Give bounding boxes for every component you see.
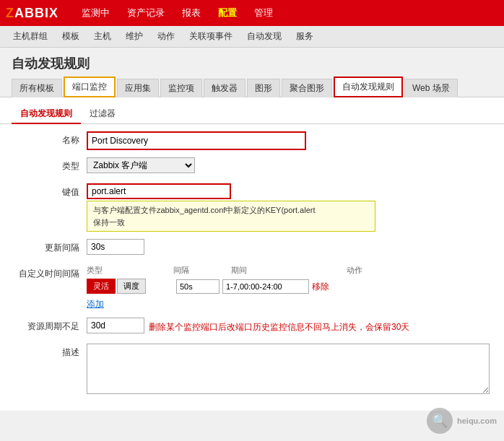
- retention-description: 删除某个监控端口后改端口历史监控信息不回马上消失，会保留30天: [149, 322, 409, 332]
- subtab-auto-discovery-rule[interactable]: 自动发现规则: [12, 105, 81, 124]
- type-field-wrapper: Zabbix 客户端: [87, 157, 490, 173]
- watermark: 🔍 heiqu.com: [427, 408, 497, 434]
- nav-templates[interactable]: 模板: [55, 26, 87, 48]
- update-interval-label: 更新间隔: [14, 239, 87, 254]
- nav-hostgroups[interactable]: 主机群组: [6, 26, 55, 48]
- col-type-header: 类型: [87, 265, 173, 276]
- col-period-header: 期间: [231, 265, 347, 276]
- retention-row: 资源周期不足 删除某个监控端口后改端口历史监控信息不回马上消失，会保留30天: [14, 318, 490, 336]
- top-navbar: ZABBIX 监测中 资产记录 报表 配置 管理: [0, 0, 504, 26]
- update-interval-input[interactable]: [87, 239, 144, 255]
- name-input[interactable]: [88, 133, 305, 149]
- update-interval-wrapper: [87, 239, 490, 255]
- nav-actions[interactable]: 动作: [150, 26, 182, 48]
- sub-tabs: 自动发现规则 过滤器: [0, 105, 504, 124]
- nav-reports[interactable]: 报表: [173, 0, 209, 26]
- btn-flexible[interactable]: 灵活: [87, 279, 116, 294]
- col-interval-header: 间隔: [173, 265, 231, 276]
- update-interval-row: 更新间隔: [14, 239, 490, 258]
- col-action-header: 动作: [347, 265, 383, 276]
- tab-graphs[interactable]: 图形: [247, 79, 280, 97]
- add-interval-wrapper: 添加: [87, 297, 490, 310]
- retention-content: 删除某个监控端口后改端口历史监控信息不回马上消失，会保留30天: [87, 318, 490, 333]
- type-select[interactable]: Zabbix 客户端: [87, 157, 195, 173]
- custom-interval-wrapper: 类型 间隔 期间 动作 灵活 调度 移除 添加: [87, 265, 490, 310]
- retention-wrapper: 删除某个监控端口后改端口历史监控信息不回马上消失，会保留30天: [87, 318, 490, 333]
- custom-interval-row: 自定义时间间隔 类型 间隔 期间 动作 灵活 调度 移除: [14, 265, 490, 310]
- key-label: 键值: [14, 183, 87, 198]
- type-row: 类型 Zabbix 客户端: [14, 157, 490, 176]
- retention-input[interactable]: [87, 318, 144, 333]
- retention-text: 删除某个监控端口后改端口历史监控信息不回马上消失，会保留30天: [149, 318, 409, 333]
- tab-aggregated-graphs[interactable]: 聚合图形: [282, 79, 332, 97]
- watermark-icon: 🔍: [427, 408, 453, 434]
- custom-interval-label: 自定义时间间隔: [14, 265, 87, 280]
- tab-all-templates[interactable]: 所有模板: [12, 79, 62, 97]
- nav-hosts[interactable]: 主机: [87, 26, 118, 48]
- key-tooltip: 与客户端配置文件zabbix_agentd.conf中新定义的KEY(port.…: [87, 201, 375, 232]
- tab-port-monitor[interactable]: 端口监控: [64, 77, 116, 97]
- subtab-filters[interactable]: 过滤器: [81, 105, 124, 124]
- second-navbar: 主机群组 模板 主机 维护 动作 关联项事件 自动发现 服务: [0, 26, 504, 48]
- retention-label: 资源周期不足: [14, 318, 87, 333]
- tab-appsets[interactable]: 应用集: [117, 79, 159, 97]
- content-area: 自动发现规则 过滤器 名称 类型 Zabbix 客户端 键值: [0, 97, 504, 411]
- form-section: 名称 类型 Zabbix 客户端 键值 与客户端配置文件zabbix_agent…: [0, 131, 504, 396]
- add-interval-link[interactable]: 添加: [87, 298, 104, 310]
- host-tabs: 所有模板 端口监控 应用集 监控项 触发器 图形 聚合图形 自动发现规则 Web…: [0, 77, 504, 97]
- name-row: 名称: [14, 131, 490, 150]
- tab-auto-discovery-rules[interactable]: 自动发现规则: [334, 77, 403, 97]
- remove-interval-link[interactable]: 移除: [312, 281, 329, 293]
- description-row: 描述: [14, 344, 490, 396]
- type-label: 类型: [14, 157, 87, 173]
- nav-services[interactable]: 服务: [289, 26, 321, 48]
- top-nav-items: 监测中 资产记录 报表 配置 管理: [73, 0, 282, 26]
- nav-maintenance[interactable]: 维护: [118, 26, 150, 48]
- type-buttons: 灵活 调度: [87, 279, 173, 294]
- tab-web-scenes[interactable]: Web 场景: [404, 79, 458, 97]
- key-field-wrapper: 与客户端配置文件zabbix_agentd.conf中新定义的KEY(port.…: [87, 183, 490, 232]
- description-label: 描述: [14, 344, 87, 359]
- name-label: 名称: [14, 131, 87, 147]
- tab-triggers[interactable]: 触发器: [204, 79, 246, 97]
- nav-monitor[interactable]: 监测中: [73, 0, 118, 26]
- key-input[interactable]: [87, 183, 231, 199]
- logo: ZABBIX: [6, 6, 58, 21]
- nav-assets[interactable]: 资产记录: [118, 0, 173, 26]
- key-row: 键值 与客户端配置文件zabbix_agentd.conf中新定义的KEY(po…: [14, 183, 490, 232]
- description-textarea[interactable]: [87, 344, 490, 394]
- btn-schedule[interactable]: 调度: [117, 279, 146, 294]
- interval-value-input[interactable]: [176, 279, 220, 294]
- description-wrapper: [87, 344, 490, 396]
- nav-autodiscovery[interactable]: 自动发现: [240, 26, 289, 48]
- page-title: 自动发现规则: [0, 48, 504, 77]
- interval-period-input[interactable]: [222, 279, 309, 294]
- tab-monitors[interactable]: 监控项: [160, 79, 202, 97]
- interval-header: 类型 间隔 期间 动作: [87, 265, 490, 276]
- nav-admin[interactable]: 管理: [246, 0, 282, 26]
- nav-config[interactable]: 配置: [209, 0, 246, 26]
- nav-correvents[interactable]: 关联项事件: [182, 26, 240, 48]
- watermark-text: heiqu.com: [457, 416, 497, 425]
- name-field-wrapper: [87, 131, 490, 150]
- name-input-border: [87, 131, 306, 150]
- interval-row-0: 灵活 调度 移除: [87, 279, 490, 294]
